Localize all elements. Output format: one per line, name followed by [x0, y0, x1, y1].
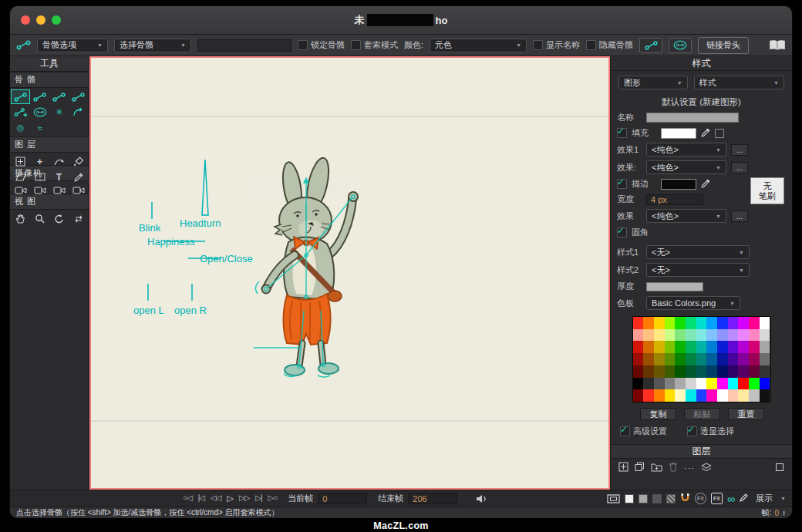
palette-color[interactable]: [696, 378, 707, 390]
palette-color[interactable]: [760, 378, 770, 390]
fill-effect2-more-button[interactable]: ...: [731, 162, 748, 173]
step-back-button[interactable]: ◁◁: [211, 493, 221, 503]
palette-color[interactable]: [665, 378, 676, 390]
round-caps-checkbox[interactable]: [617, 227, 627, 237]
play-button[interactable]: ▷: [227, 493, 232, 503]
palette-color[interactable]: [654, 378, 665, 390]
bone-control-open-close[interactable]: Open/Close: [200, 253, 253, 264]
fx-square-toggle[interactable]: FX: [711, 493, 723, 504]
palette-color[interactable]: [706, 378, 717, 390]
palette-color[interactable]: [675, 389, 686, 402]
next-keyframe-button[interactable]: ▷|: [255, 493, 261, 503]
stroke-checkbox[interactable]: [617, 179, 627, 189]
bone-color-dropdown[interactable]: 元色▼: [430, 39, 527, 52]
palette-color[interactable]: [738, 389, 749, 402]
palette-color[interactable]: [643, 389, 654, 402]
palette-color[interactable]: [633, 329, 644, 342]
palette-color[interactable]: [633, 378, 644, 390]
palette-color[interactable]: [749, 353, 760, 365]
speaker-icon[interactable]: [476, 494, 487, 503]
palette-color[interactable]: [643, 317, 654, 329]
palette-color[interactable]: [675, 329, 686, 342]
style-select[interactable]: 样式▼: [694, 76, 784, 89]
palette-color[interactable]: [654, 329, 665, 342]
tool-follow-path-icon[interactable]: [49, 154, 69, 169]
palette-color[interactable]: [728, 365, 739, 378]
palette-color[interactable]: [686, 389, 696, 402]
fill-eyedropper-icon[interactable]: [701, 128, 710, 139]
stroke-color-swatch[interactable]: [661, 179, 696, 190]
palette-color[interactable]: [717, 378, 728, 390]
palette-color[interactable]: [728, 353, 739, 365]
style2-select[interactable]: <无>▼: [646, 263, 750, 277]
palette-color[interactable]: [749, 341, 760, 353]
palette-color[interactable]: [760, 365, 770, 378]
bone-control-open-r[interactable]: open R: [174, 305, 207, 316]
minimize-button[interactable]: [36, 15, 45, 25]
tool-rotate-view-icon[interactable]: [49, 211, 69, 226]
palette-color[interactable]: [706, 341, 717, 353]
display-mode-gray-toggle[interactable]: [639, 494, 648, 503]
close-button[interactable]: [21, 15, 30, 25]
jump-start-button[interactable]: ○◁: [183, 493, 192, 503]
palette-color[interactable]: [633, 317, 644, 329]
reset-style-button[interactable]: 重置: [728, 408, 764, 420]
palette-color[interactable]: [665, 389, 676, 402]
reference-book-icon[interactable]: [769, 39, 786, 51]
jump-end-button[interactable]: ▷○: [268, 493, 278, 503]
tool-bone-dynamics-icon[interactable]: ≈: [30, 120, 49, 135]
palette-color[interactable]: [717, 341, 728, 353]
palette-color[interactable]: [706, 353, 717, 365]
palette-color[interactable]: [633, 365, 644, 378]
palette-color[interactable]: [696, 389, 707, 402]
palette-color[interactable]: [728, 317, 739, 329]
palette-color[interactable]: [738, 378, 749, 390]
palette-color[interactable]: [717, 353, 728, 365]
advanced-settings-checkbox[interactable]: 高级设置: [620, 426, 667, 437]
swatch-file-select[interactable]: Basic Colors.png▼: [646, 296, 740, 310]
pencil-icon[interactable]: [740, 493, 748, 503]
palette-color[interactable]: [760, 329, 770, 342]
palette-color[interactable]: [760, 341, 770, 353]
palette-color[interactable]: [654, 341, 665, 353]
select-bone-dropdown[interactable]: 选择骨骼▼: [114, 39, 191, 52]
palette-color[interactable]: [633, 353, 644, 365]
palette-color[interactable]: [686, 317, 696, 329]
stroke-effect-select[interactable]: <纯色>▼: [646, 209, 726, 223]
palette-color[interactable]: [728, 329, 739, 342]
palette-color[interactable]: [760, 353, 770, 365]
tool-camera-roll-icon[interactable]: [49, 183, 69, 197]
end-frame-input[interactable]: 206: [408, 493, 457, 504]
palette-color[interactable]: [665, 341, 676, 353]
no-brush-button[interactable]: 无 笔刷: [750, 177, 784, 204]
palette-color[interactable]: [738, 317, 749, 329]
palette-color[interactable]: [665, 353, 676, 365]
tool-zoom-view-icon[interactable]: [30, 211, 49, 226]
more-options-icon[interactable]: ···: [684, 463, 695, 473]
duplicate-layer-icon[interactable]: [635, 462, 645, 473]
palette-color[interactable]: [675, 365, 686, 378]
palette-color[interactable]: [760, 389, 770, 402]
tool-bone-sketch-icon[interactable]: [30, 105, 49, 120]
new-folder-icon[interactable]: [651, 463, 662, 473]
palette-color[interactable]: [728, 341, 739, 353]
fx-circle-toggle[interactable]: FX: [695, 493, 706, 504]
bind-bone-icon-button[interactable]: [669, 38, 692, 53]
tool-bone-scale-icon[interactable]: [69, 89, 88, 104]
palette-color[interactable]: [706, 329, 717, 342]
palette-color[interactable]: [675, 317, 686, 329]
palette-color[interactable]: [696, 329, 707, 342]
palette-color[interactable]: [706, 317, 717, 329]
bone-control-headturn[interactable]: Headturn: [180, 217, 221, 229]
palette-color[interactable]: [686, 329, 696, 342]
palette-color[interactable]: [717, 389, 728, 402]
bone-control-open-l[interactable]: open L: [133, 305, 164, 316]
palette-color[interactable]: [675, 341, 686, 353]
bone-control-blink[interactable]: Blink: [139, 222, 160, 234]
tool-bone-translate-icon[interactable]: [30, 89, 49, 104]
palette-color[interactable]: [665, 329, 676, 342]
onion-skin-icon[interactable]: ∞: [727, 495, 735, 503]
palette-color[interactable]: [706, 365, 717, 378]
palette-color[interactable]: [654, 365, 665, 378]
wireframe-toggle[interactable]: [607, 494, 620, 503]
